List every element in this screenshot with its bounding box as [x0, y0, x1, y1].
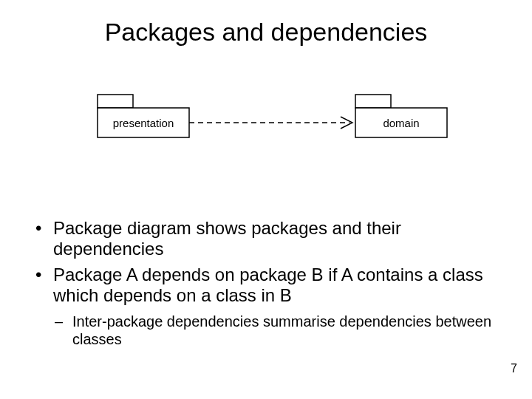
package-diagram: presentation domain [92, 87, 453, 161]
bullet-item: • Package A depends on package B if A co… [31, 265, 504, 307]
svg-rect-0 [98, 95, 133, 108]
page-number: 7 [511, 362, 517, 375]
package-right-label: domain [383, 117, 419, 129]
bullet-dash-icon: – [55, 313, 63, 331]
bullet-item: • Package diagram shows packages and the… [31, 218, 504, 260]
package-left-label: presentation [113, 117, 174, 129]
bullet-list: • Package diagram shows packages and the… [31, 218, 504, 348]
bullet-text: Package A depends on package B if A cont… [53, 265, 483, 305]
uml-svg: presentation domain [92, 87, 453, 161]
sub-bullet-item: – Inter-package dependencies summarise d… [31, 313, 504, 348]
bullet-dot-icon: • [35, 265, 41, 285]
package-left: presentation [98, 95, 189, 137]
slide: Packages and dependencies presentation d… [0, 0, 532, 399]
bullet-text: Package diagram shows packages and their… [53, 218, 401, 259]
slide-title: Packages and dependencies [0, 18, 532, 47]
svg-rect-3 [355, 95, 391, 108]
package-right: domain [355, 95, 447, 137]
bullet-dot-icon: • [35, 218, 41, 239]
sub-bullet-text: Inter-package dependencies summarise dep… [72, 313, 491, 347]
dependency-arrow-icon [189, 117, 352, 129]
